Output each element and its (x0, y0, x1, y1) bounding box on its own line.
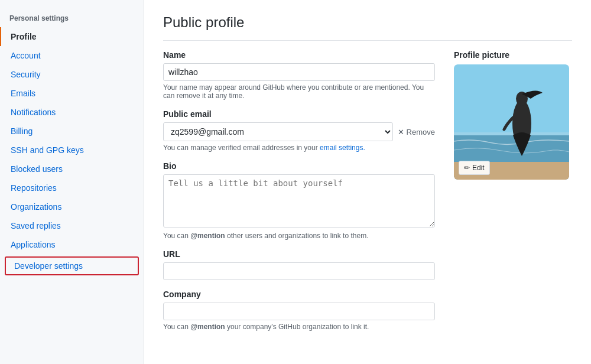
email-row: zq2599@gmail.com ✕ Remove (163, 122, 435, 141)
edit-label: Edit (472, 164, 485, 172)
bio-input[interactable] (163, 174, 435, 228)
sidebar-item-saved-replies[interactable]: Saved replies (0, 216, 144, 235)
page-title: Public profile (163, 14, 572, 41)
company-help-prefix: You can (163, 323, 189, 331)
company-help: You can @mention your company's GitHub o… (163, 323, 435, 331)
sidebar-item-developer-settings[interactable]: Developer settings (5, 256, 139, 275)
url-input[interactable] (163, 262, 435, 280)
company-input[interactable] (163, 303, 435, 320)
profile-picture-section: Profile picture (454, 50, 572, 340)
bio-group: Bio You can @mention other users and org… (163, 161, 435, 240)
remove-label: Remove (407, 128, 435, 136)
sidebar-item-notifications[interactable]: Notifications (0, 103, 144, 122)
email-settings-link[interactable]: email settings. (320, 144, 365, 152)
company-mention: @mention (190, 323, 225, 331)
email-label: Public email (163, 109, 435, 119)
x-icon: ✕ (398, 128, 404, 136)
sidebar-item-billing[interactable]: Billing (0, 122, 144, 141)
email-group: Public email zq2599@gmail.com ✕ Remove Y… (163, 109, 435, 152)
bio-help-prefix: You can (163, 232, 189, 240)
sidebar: Personal settings Profile Account Securi… (0, 0, 144, 364)
email-help: You can manage verified email addresses … (163, 144, 435, 152)
sidebar-item-organizations[interactable]: Organizations (0, 197, 144, 216)
sidebar-item-security[interactable]: Security (0, 65, 144, 84)
sidebar-item-profile[interactable]: Profile (0, 27, 144, 46)
company-group: Company You can @mention your company's … (163, 290, 435, 331)
bio-help-suffix: other users and organizations to link to… (227, 232, 368, 240)
company-help-suffix: your company's GitHub organization to li… (227, 323, 369, 331)
sidebar-item-blocked-users[interactable]: Blocked users (0, 160, 144, 178)
svg-rect-0 (454, 64, 569, 141)
edit-picture-button[interactable]: ✏ Edit (459, 161, 490, 175)
sidebar-item-ssh-gpg[interactable]: SSH and GPG keys (0, 141, 144, 160)
name-help: Your name may appear around GitHub where… (163, 83, 435, 100)
name-input[interactable] (163, 63, 435, 81)
pencil-icon: ✏ (464, 164, 470, 172)
form-section: Name Your name may appear around GitHub … (163, 50, 435, 340)
profile-picture-scene: ✏ Edit (454, 64, 569, 180)
bio-label: Bio (163, 161, 435, 171)
sidebar-item-account[interactable]: Account (0, 46, 144, 65)
company-label: Company (163, 290, 435, 299)
name-label: Name (163, 50, 435, 60)
sidebar-header: Personal settings (0, 9, 144, 27)
bio-help: You can @mention other users and organiz… (163, 232, 435, 240)
remove-email-button[interactable]: ✕ Remove (398, 128, 435, 136)
profile-picture-container: ✏ Edit (454, 64, 569, 180)
profile-picture-label: Profile picture (454, 50, 572, 60)
email-select[interactable]: zq2599@gmail.com (163, 122, 393, 141)
bio-mention: @mention (190, 232, 225, 240)
sidebar-item-repositories[interactable]: Repositories (0, 178, 144, 197)
sidebar-item-applications[interactable]: Applications (0, 235, 144, 254)
sidebar-item-emails[interactable]: Emails (0, 84, 144, 103)
main-content: Public profile Name Your name may appear… (144, 0, 591, 364)
url-group: URL (163, 249, 435, 280)
email-help-text: You can manage verified email addresses … (163, 144, 318, 152)
url-label: URL (163, 249, 435, 259)
name-group: Name Your name may appear around GitHub … (163, 50, 435, 100)
